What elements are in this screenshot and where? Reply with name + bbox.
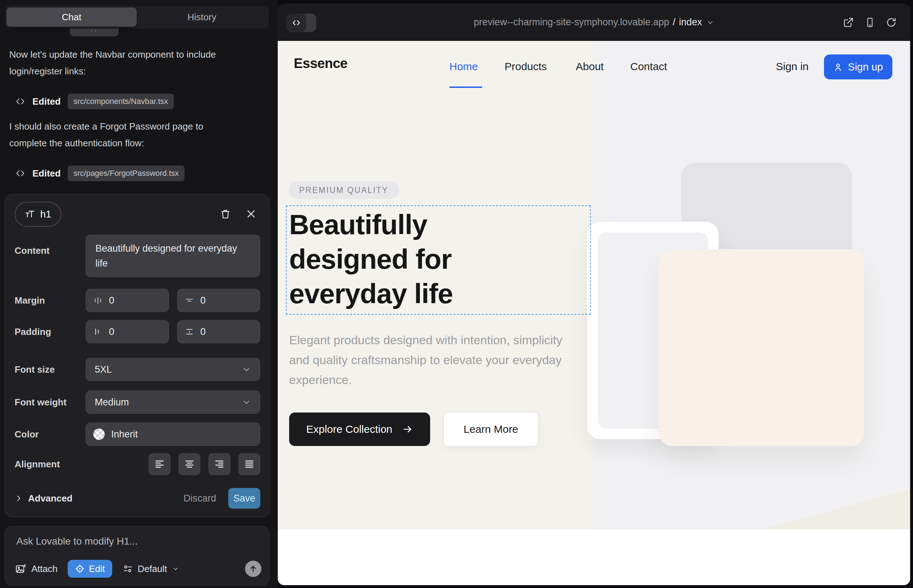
content-input[interactable]: Beautifully designed for everyday life <box>86 234 260 277</box>
chat-history-tabbar: Chat History <box>5 6 269 29</box>
explore-collection-label: Explore Collection <box>306 423 392 435</box>
advanced-toggle[interactable]: Advanced <box>15 493 72 504</box>
delete-element-button[interactable] <box>219 207 232 221</box>
tab-chat[interactable]: Chat <box>6 8 137 27</box>
font-weight-row: Font weight Medium <box>15 391 260 414</box>
arrow-right-icon <box>402 424 413 435</box>
edited-label: Edited <box>32 96 60 107</box>
prompt-card: Ask Lovable to modify H1... Attach Edit <box>5 526 270 585</box>
chevron-down-icon <box>172 565 179 572</box>
model-default-button[interactable]: Default <box>123 564 179 575</box>
padding-row: Padding 0 0 <box>15 320 260 344</box>
font-weight-value: Medium <box>95 397 129 408</box>
save-button[interactable]: Save <box>228 488 260 509</box>
file-badge[interactable]: src/pages/ForgotPassword.tsx <box>68 165 185 181</box>
color-swatch <box>93 428 105 440</box>
nav-link-contact[interactable]: Contact <box>630 60 667 73</box>
tab-history[interactable]: History <box>137 8 267 27</box>
align-left-button[interactable] <box>149 453 170 475</box>
align-justify-button[interactable] <box>238 453 260 475</box>
premium-quality-badge: PREMIUM QUALITY <box>288 181 399 199</box>
site-logo[interactable]: Essence <box>294 56 348 71</box>
padding-x-value: 0 <box>109 326 114 338</box>
padding-y-input[interactable]: 0 <box>177 320 261 344</box>
mobile-view-button[interactable] <box>864 17 875 28</box>
url-separator: / <box>673 17 675 28</box>
code-view-toggle[interactable] <box>286 13 316 32</box>
explore-collection-button[interactable]: Explore Collection <box>289 412 430 446</box>
font-size-select[interactable]: 5XL <box>86 358 260 381</box>
site-viewport: Essence Home Products About Contact Sign… <box>278 41 910 585</box>
advanced-row: Advanced Discard Save <box>15 488 260 509</box>
preview-panel: preview--charming-site-symphony.lovable.… <box>278 3 910 585</box>
close-editor-button[interactable] <box>244 207 258 221</box>
typography-icon <box>24 209 35 220</box>
preview-url[interactable]: preview--charming-site-symphony.lovable.… <box>474 3 714 41</box>
align-left-icon <box>154 459 165 470</box>
sliders-icon <box>123 564 133 574</box>
padding-vertical-icon <box>185 327 194 336</box>
assistant-message: Now let's update the Navbar component to… <box>9 46 223 80</box>
close-icon <box>246 208 256 219</box>
align-right-button[interactable] <box>208 453 230 475</box>
color-select[interactable]: Inherit <box>86 423 260 446</box>
content-row: Content Beautifully designed for everyda… <box>15 234 260 289</box>
sign-up-button[interactable]: Sign up <box>824 55 892 79</box>
hero-subtext: Elegant products designed with intention… <box>289 330 567 390</box>
padding-y-value: 0 <box>201 326 206 338</box>
hero-cta-row: Explore Collection Learn More <box>289 412 539 447</box>
nav-link-products[interactable]: Products <box>505 60 547 73</box>
padding-x-input[interactable]: 0 <box>86 320 169 344</box>
sign-in-button[interactable]: Sign in <box>776 60 809 73</box>
attach-image-icon <box>15 563 26 575</box>
margin-horizontal-icon <box>93 296 102 305</box>
scrolled-file-badge: ·· <box>70 29 118 36</box>
margin-vertical-icon <box>185 296 194 305</box>
learn-more-button[interactable]: Learn More <box>443 412 539 447</box>
editor-rows: Content Beautifully designed for everyda… <box>15 234 260 509</box>
code-icon <box>15 168 25 178</box>
prompt-input[interactable]: Ask Lovable to modify H1... <box>16 536 138 547</box>
discard-button[interactable]: Discard <box>183 493 216 504</box>
h1-selection-outline[interactable] <box>286 205 591 315</box>
edited-file-row: Edited src/pages/ForgotPassword.tsx <box>15 165 185 181</box>
send-button[interactable] <box>245 561 261 577</box>
color-label: Color <box>15 429 86 440</box>
padding-horizontal-icon <box>93 327 102 336</box>
color-row: Color Inherit <box>15 423 260 446</box>
chevron-down-icon <box>242 365 251 374</box>
margin-row: Margin 0 0 <box>15 289 260 312</box>
target-icon <box>75 564 85 574</box>
trash-icon <box>220 208 231 220</box>
margin-x-input[interactable]: 0 <box>86 289 169 312</box>
site-navbar: Essence Home Products About Contact Sign… <box>278 41 910 92</box>
user-icon <box>833 62 843 72</box>
nav-link-about[interactable]: About <box>576 60 604 73</box>
nav-link-home[interactable]: Home <box>449 60 478 73</box>
attach-button[interactable]: Attach <box>15 563 58 575</box>
code-icon <box>15 97 25 107</box>
alignment-row: Alignment <box>15 453 260 475</box>
edit-mode-button[interactable]: Edit <box>68 560 112 578</box>
margin-y-input[interactable]: 0 <box>177 289 261 312</box>
chevron-right-icon <box>15 494 23 502</box>
preview-browser-bar: preview--charming-site-symphony.lovable.… <box>278 3 910 41</box>
padding-label: Padding <box>15 326 86 338</box>
url-domain: preview--charming-site-symphony.lovable.… <box>474 17 669 28</box>
file-badge[interactable]: src/components/Navbar.tsx <box>68 94 173 109</box>
align-center-button[interactable] <box>178 453 201 475</box>
font-weight-select[interactable]: Medium <box>86 391 260 414</box>
chevron-down-icon <box>706 18 714 26</box>
open-external-button[interactable] <box>842 17 854 28</box>
margin-y-value: 0 <box>201 295 206 306</box>
edit-mode-label: Edit <box>89 564 105 575</box>
advanced-label: Advanced <box>28 493 72 504</box>
alignment-label: Alignment <box>15 459 86 470</box>
align-right-icon <box>214 459 225 470</box>
chevron-down-icon <box>242 397 251 407</box>
align-center-icon <box>184 459 195 470</box>
refresh-button[interactable] <box>886 17 897 28</box>
selected-element-pill[interactable]: h1 <box>15 202 61 227</box>
element-editor-panel: h1 Content Beautifully designed for ever… <box>5 194 270 517</box>
selected-element-tag: h1 <box>40 208 51 220</box>
